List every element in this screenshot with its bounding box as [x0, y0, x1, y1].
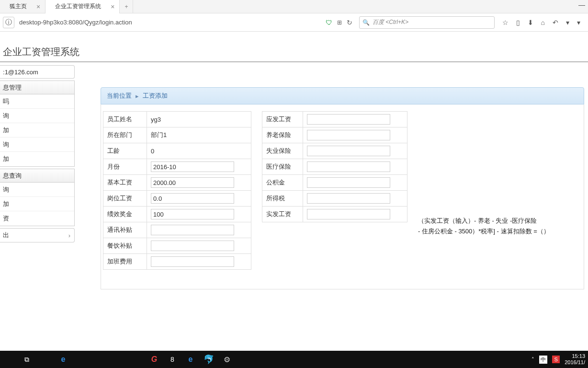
- label-comm-allow: 通讯补贴: [103, 222, 147, 238]
- value-name: yg3: [151, 116, 161, 123]
- label-medical: 医疗保险: [262, 159, 303, 175]
- tax-input[interactable]: [307, 193, 390, 204]
- chevron-right-icon: ▸: [136, 92, 139, 100]
- app-icon[interactable]: G: [148, 354, 160, 365]
- salary-form-left: 员工姓名 yg3 所在部门 部门1 工龄 0 月份: [103, 111, 251, 270]
- sidebar: : 1@126.com 息管理 吗 询 加 询 加 息查询 询 加 资 出 ›: [0, 62, 75, 331]
- label-overtime: 加班费用: [103, 254, 147, 270]
- sidebar-item[interactable]: 资: [0, 211, 74, 226]
- medical-input[interactable]: [307, 161, 390, 172]
- settings-icon[interactable]: ⚙: [221, 354, 233, 365]
- tray-app-icon[interactable]: S: [552, 356, 560, 363]
- arrow-right-icon: ›: [68, 232, 70, 239]
- label-seniority: 工龄: [103, 143, 147, 159]
- download-icon[interactable]: ⬇: [528, 19, 533, 26]
- formula-text: （实发工资（输入）- 养老 - 失业 -医疗保险 - 住房公积金 - 3500）…: [418, 111, 582, 237]
- bookmark-icon[interactable]: ☆: [502, 19, 509, 26]
- unemployment-input[interactable]: [307, 146, 390, 156]
- label-base-salary: 基本工资: [103, 175, 147, 191]
- label-fund: 公积金: [262, 175, 303, 191]
- label-dept: 所在部门: [103, 127, 147, 143]
- dropdown-icon[interactable]: ▾: [566, 19, 569, 26]
- label-name: 员工姓名: [103, 112, 147, 127]
- shield-icon[interactable]: 🛡: [326, 19, 332, 26]
- sidebar-group-info: 息管理: [0, 81, 74, 94]
- app-icon[interactable]: [130, 354, 142, 365]
- address-bar: ⓘ 🛡 ⊞ ↻ 🔍 百度 <Ctrl+K> ☆ ▯ ⬇ ⌂ ↶ ▾ ▾: [0, 13, 588, 32]
- breadcrumb: 当前位置 ▸ 工资添加: [101, 87, 584, 104]
- search-icon: 🔍: [362, 19, 370, 26]
- app-icon[interactable]: [76, 354, 87, 365]
- month-input[interactable]: [151, 161, 234, 172]
- sidebar-item[interactable]: 吗: [0, 94, 74, 109]
- tray-chevron-icon[interactable]: ˄: [531, 356, 534, 363]
- app-icon[interactable]: [94, 354, 105, 365]
- comm-allow-input[interactable]: [151, 225, 234, 235]
- url-input[interactable]: [17, 16, 319, 29]
- sidebar-item[interactable]: 加: [0, 152, 74, 166]
- search-placeholder: 百度 <Ctrl+K>: [373, 18, 408, 26]
- tab-label: 狐主页: [10, 2, 27, 11]
- tab-label: 企业工资管理系统: [55, 2, 101, 11]
- breadcrumb-label: 当前位置: [107, 92, 132, 100]
- sidebar-group-query: 息查询: [0, 169, 74, 183]
- reload-icon[interactable]: ↻: [347, 19, 352, 26]
- close-icon[interactable]: ×: [111, 3, 114, 11]
- value-dept: 部门1: [151, 131, 167, 138]
- overtime-input[interactable]: [151, 256, 234, 267]
- pension-input[interactable]: [307, 130, 390, 140]
- reader-icon[interactable]: ⊞: [337, 19, 342, 26]
- sidebar-exit[interactable]: 出 ›: [0, 228, 75, 242]
- mysql-icon[interactable]: 🐬: [203, 354, 215, 365]
- library-icon[interactable]: ▯: [516, 19, 520, 26]
- value-seniority: 0: [151, 148, 154, 155]
- label-post-salary: 岗位工资: [103, 191, 147, 207]
- close-icon[interactable]: ×: [36, 3, 40, 11]
- back-icon[interactable]: ↶: [553, 19, 558, 26]
- fund-input[interactable]: [307, 177, 390, 188]
- post-salary-input[interactable]: [151, 193, 234, 204]
- sidebar-item[interactable]: 询: [0, 138, 74, 152]
- new-tab-button[interactable]: +: [120, 0, 133, 13]
- window-minimize-icon[interactable]: —: [578, 1, 585, 9]
- label-meal-allow: 餐饮补贴: [103, 238, 147, 254]
- salary-form-right: 应发工资 养老保险 失业保险 医疗保险: [262, 111, 407, 222]
- bonus-input[interactable]: [151, 209, 234, 219]
- clock[interactable]: 15:13 2016/11/: [565, 353, 585, 366]
- search-input[interactable]: 🔍 百度 <Ctrl+K>: [359, 16, 495, 29]
- file-explorer-icon[interactable]: [39, 354, 51, 365]
- label-pension: 养老保险: [262, 127, 303, 143]
- label-due-pay: 应发工资: [262, 112, 303, 127]
- label-tax: 所得税: [262, 191, 303, 207]
- sidebar-item[interactable]: 加: [0, 197, 74, 211]
- browser-tabs: 狐主页 × 企业工资管理系统 × +: [0, 0, 588, 13]
- breadcrumb-current[interactable]: 工资添加: [143, 92, 168, 100]
- ime-indicator[interactable]: 中: [539, 356, 547, 364]
- label-unemployment: 失业保险: [262, 143, 303, 159]
- page-title: 企业工资管理系统: [0, 42, 588, 62]
- app-icon[interactable]: 8: [167, 354, 178, 365]
- task-view-icon[interactable]: ⧉: [21, 354, 33, 365]
- edge-icon[interactable]: e: [57, 354, 69, 365]
- ie-icon[interactable]: e: [185, 354, 196, 365]
- base-salary-input[interactable]: [151, 177, 234, 188]
- user-badge: : 1@126.com: [0, 65, 75, 79]
- sidebar-item[interactable]: 询: [0, 109, 74, 123]
- tab-home[interactable]: 狐主页 ×: [0, 0, 45, 13]
- home-icon[interactable]: ⌂: [541, 19, 545, 26]
- tab-app[interactable]: 企业工资管理系统 ×: [45, 0, 120, 13]
- label-bonus: 绩效奖金: [103, 207, 147, 222]
- label-net-pay: 实发工资: [262, 207, 303, 222]
- due-pay-input[interactable]: [307, 114, 390, 125]
- site-identity-icon[interactable]: ⓘ: [3, 17, 14, 28]
- sidebar-item[interactable]: 加: [0, 123, 74, 138]
- net-pay-input[interactable]: [307, 209, 390, 219]
- start-button[interactable]: [3, 354, 14, 365]
- more-icon[interactable]: ▾: [577, 19, 580, 26]
- taskbar: ⧉ e G 8 e 🐬 ⚙ ˄ 中 S 15:13 2016/11/: [0, 351, 588, 368]
- sidebar-item[interactable]: 询: [0, 183, 74, 197]
- meal-allow-input[interactable]: [151, 241, 234, 251]
- firefox-icon[interactable]: [112, 354, 124, 365]
- label-month: 月份: [103, 159, 147, 175]
